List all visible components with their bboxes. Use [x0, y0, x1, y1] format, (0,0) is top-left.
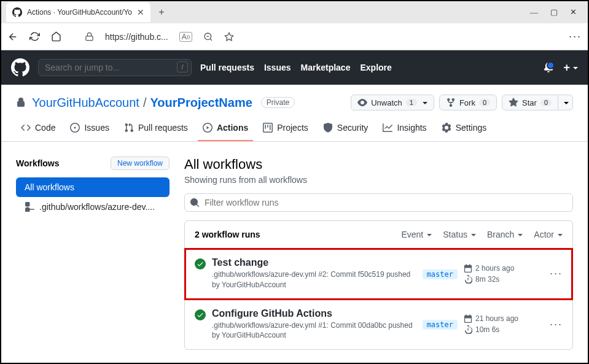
- new-workflow-button[interactable]: New workflow: [111, 157, 170, 170]
- tab-code[interactable]: Code: [16, 118, 60, 141]
- github-header: / Pull requests Issues Marketplace Explo…: [1, 50, 588, 85]
- run-title[interactable]: Test change: [212, 257, 416, 268]
- calendar-icon: [464, 264, 472, 273]
- run-status-icon: [195, 258, 206, 290]
- sidebar-heading: Workflows: [16, 158, 60, 168]
- calendar-icon: [464, 314, 472, 323]
- runs-box: 2 workflow runs Event Status Branch Acto…: [184, 220, 573, 350]
- run-menu-button[interactable]: ···: [550, 267, 563, 280]
- run-time: 21 hours ago: [464, 314, 544, 323]
- tab-actions[interactable]: Actions: [198, 118, 253, 141]
- reader-mode-icon[interactable]: A)): [179, 32, 192, 42]
- filter-event[interactable]: Event: [401, 230, 432, 239]
- run-subtitle: .github/workflows/azure-dev.yml #2: Comm…: [212, 269, 416, 290]
- page-subtitle: Showing runs from all workflows: [184, 175, 573, 185]
- filter-status[interactable]: Status: [443, 230, 476, 239]
- sidebar-item-workflow[interactable]: .github/workflows/azure-dev....: [16, 197, 170, 217]
- add-menu[interactable]: +: [563, 61, 578, 74]
- nav-marketplace[interactable]: Marketplace: [301, 63, 351, 72]
- nav-pull-requests[interactable]: Pull requests: [200, 63, 254, 72]
- fork-icon: [446, 98, 456, 107]
- address-bar: https://github.c... A)) ···: [1, 23, 588, 50]
- search-input[interactable]: [38, 59, 192, 76]
- filter-actor[interactable]: Actor: [534, 230, 563, 239]
- sidebar-item-all-workflows[interactable]: All workflows: [16, 177, 170, 197]
- maximize-button[interactable]: ▢: [550, 7, 558, 17]
- run-row[interactable]: Configure GitHub Actions .github/workflo…: [185, 300, 572, 350]
- browser-tab[interactable]: Actions · YourGitHubAccount/Yo ✕: [6, 2, 150, 22]
- favorite-icon[interactable]: [224, 32, 234, 42]
- run-row[interactable]: Test change .github/workflows/azure-dev.…: [185, 249, 572, 300]
- eye-icon: [357, 98, 367, 107]
- github-search[interactable]: /: [38, 59, 192, 76]
- filter-branch[interactable]: Branch: [487, 230, 523, 239]
- github-favicon-icon: [12, 7, 22, 17]
- run-branch[interactable]: master: [423, 268, 458, 279]
- runs-count: 2 workflow runs: [195, 230, 390, 239]
- stopwatch-icon: [464, 325, 472, 334]
- tab-insights[interactable]: Insights: [378, 118, 431, 141]
- nav-issues[interactable]: Issues: [264, 63, 291, 72]
- run-status-icon: [195, 309, 206, 341]
- page-title: All workflows: [184, 157, 573, 172]
- star-icon: [509, 98, 518, 107]
- repo-separator: /: [143, 96, 147, 110]
- run-branch[interactable]: master: [423, 319, 458, 330]
- star-button[interactable]: Star 0: [502, 95, 558, 110]
- repo-tabs: Code Issues Pull requests Actions Projec…: [1, 110, 588, 142]
- run-duration: 10m 6s: [464, 325, 544, 334]
- tab-settings[interactable]: Settings: [437, 118, 492, 141]
- nav-explore[interactable]: Explore: [360, 63, 391, 72]
- repo-name-link[interactable]: YourProjectName: [150, 96, 252, 110]
- visibility-badge: Private: [261, 97, 295, 108]
- refresh-button[interactable]: [29, 31, 40, 42]
- browser-tab-bar: Actions · YourGitHubAccount/Yo ✕ + — ▢ ✕: [1, 1, 588, 23]
- lock-icon: [16, 98, 26, 107]
- run-title[interactable]: Configure GitHub Actions: [212, 308, 416, 319]
- window-controls: — ▢ ✕: [530, 7, 585, 17]
- minimize-button[interactable]: —: [530, 7, 538, 17]
- home-button[interactable]: [51, 31, 61, 42]
- fork-button[interactable]: Fork 0: [439, 95, 497, 110]
- unwatch-button[interactable]: Unwatch 1: [351, 95, 434, 110]
- url-text[interactable]: https://github.c...: [105, 32, 168, 42]
- repo-owner-link[interactable]: YourGitHubAccount: [32, 96, 139, 110]
- browser-more-button[interactable]: ···: [569, 30, 582, 43]
- tab-projects[interactable]: Projects: [258, 118, 313, 141]
- github-logo-icon[interactable]: [11, 58, 29, 77]
- zoom-icon[interactable]: [203, 32, 213, 42]
- tab-security[interactable]: Security: [318, 118, 373, 141]
- star-menu-button[interactable]: [558, 95, 573, 110]
- tab-title: Actions · YourGitHubAccount/Yo: [27, 8, 132, 17]
- tab-close-icon[interactable]: ✕: [137, 7, 144, 17]
- svg-rect-0: [86, 36, 93, 41]
- stopwatch-icon: [464, 275, 472, 284]
- notifications-icon[interactable]: [544, 63, 553, 72]
- run-menu-button[interactable]: ···: [550, 318, 563, 331]
- repo-head: YourGitHubAccount / YourProjectName Priv…: [1, 85, 588, 110]
- tab-issues[interactable]: Issues: [65, 118, 114, 141]
- filter-input[interactable]: [184, 193, 573, 212]
- site-info-icon[interactable]: [85, 32, 94, 41]
- back-button[interactable]: [7, 31, 18, 42]
- run-subtitle: .github/workflows/azure-dev.yml #1: Comm…: [212, 320, 416, 341]
- search-icon: [190, 198, 200, 207]
- workflow-icon: [25, 202, 34, 212]
- run-duration: 8m 32s: [464, 275, 544, 284]
- tab-pull-requests[interactable]: Pull requests: [119, 118, 193, 141]
- run-time: 2 hours ago: [464, 264, 544, 273]
- search-slash-icon: /: [177, 61, 188, 72]
- new-tab-button[interactable]: +: [153, 4, 170, 21]
- close-window-button[interactable]: ✕: [570, 7, 577, 17]
